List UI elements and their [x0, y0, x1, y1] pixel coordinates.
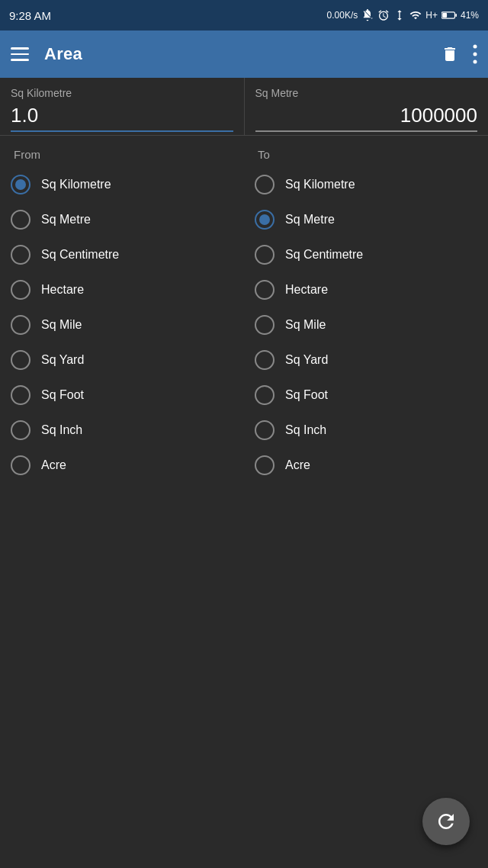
to-radio-sq-mile[interactable]: [255, 315, 274, 335]
from-radio-sq-centimetre[interactable]: [11, 245, 30, 265]
to-option-sq-yard[interactable]: Sq Yard: [255, 342, 477, 378]
from-value-input[interactable]: [11, 104, 233, 132]
to-radio-sq-kilometre[interactable]: [255, 175, 274, 194]
svg-point-4: [474, 53, 477, 56]
to-option-sq-mile[interactable]: Sq Mile: [255, 307, 477, 342]
more-options-button[interactable]: [473, 44, 477, 64]
to-radio-sq-centimetre[interactable]: [255, 245, 274, 265]
from-column-header: From: [11, 148, 233, 161]
to-input-cell: Sq Metre: [244, 78, 489, 135]
svg-point-3: [474, 45, 477, 49]
from-label-hectare: Hectare: [41, 283, 84, 297]
to-radio-sq-yard[interactable]: [255, 350, 274, 370]
from-option-acre[interactable]: Acre: [11, 448, 233, 483]
from-label-sq-yard: Sq Yard: [41, 353, 84, 367]
from-input-label: Sq Kilometre: [11, 87, 233, 99]
to-radio-sq-metre[interactable]: [255, 210, 274, 230]
status-bar: 9:28 AM 0.00K/s H+ 41%: [0, 0, 488, 31]
from-column: From Sq Kilometre Sq Metre Sq Centimetre…: [0, 143, 244, 487]
to-label-sq-metre: Sq Metre: [285, 213, 335, 227]
to-value-input[interactable]: [255, 104, 478, 132]
mute-icon: [361, 9, 374, 21]
refresh-fab[interactable]: [422, 798, 470, 845]
refresh-icon: [435, 810, 458, 833]
from-option-hectare[interactable]: Hectare: [11, 272, 233, 307]
delete-button[interactable]: [441, 45, 459, 63]
status-icons: 0.00K/s H+ 41%: [327, 9, 479, 21]
from-radio-sq-mile[interactable]: [11, 315, 30, 335]
status-time: 9:28 AM: [9, 9, 51, 22]
from-option-sq-yard[interactable]: Sq Yard: [11, 342, 233, 378]
svg-rect-2: [442, 13, 447, 18]
from-radio-sq-metre[interactable]: [11, 210, 30, 230]
page-title: Area: [44, 44, 425, 64]
to-label-sq-mile: Sq Mile: [285, 318, 326, 332]
to-option-sq-foot[interactable]: Sq Foot: [255, 378, 477, 413]
from-option-sq-mile[interactable]: Sq Mile: [11, 307, 233, 342]
to-input-label: Sq Metre: [255, 87, 478, 99]
to-option-acre[interactable]: Acre: [255, 448, 477, 483]
trash-svg: [441, 45, 459, 63]
input-row: Sq Kilometre Sq Metre: [0, 78, 488, 136]
from-radio-sq-yard[interactable]: [11, 350, 30, 370]
from-label-sq-kilometre: Sq Kilometre: [41, 178, 111, 191]
from-label-sq-centimetre: Sq Centimetre: [41, 248, 119, 262]
from-option-sq-kilometre[interactable]: Sq Kilometre: [11, 167, 233, 202]
data-arrows-icon: [393, 9, 406, 21]
to-option-sq-centimetre[interactable]: Sq Centimetre: [255, 237, 477, 272]
from-input-cell: Sq Kilometre: [0, 78, 244, 135]
to-column-header: To: [255, 148, 477, 161]
to-option-sq-inch[interactable]: Sq Inch: [255, 413, 477, 448]
to-label-acre: Acre: [285, 458, 310, 472]
network-type: H+: [425, 10, 438, 21]
from-label-sq-foot: Sq Foot: [41, 388, 84, 402]
from-radio-sq-foot[interactable]: [11, 385, 30, 405]
alarm-icon: [377, 9, 390, 21]
to-label-hectare: Hectare: [285, 283, 328, 297]
to-radio-sq-inch[interactable]: [255, 420, 274, 440]
from-label-sq-metre: Sq Metre: [41, 213, 91, 227]
to-radio-sq-foot[interactable]: [255, 385, 274, 405]
from-label-sq-inch: Sq Inch: [41, 423, 82, 437]
from-radio-acre[interactable]: [11, 455, 30, 475]
top-bar: Area: [0, 31, 488, 78]
to-label-sq-centimetre: Sq Centimetre: [285, 248, 363, 262]
from-radio-sq-kilometre[interactable]: [11, 175, 30, 194]
radio-inner: [259, 214, 270, 225]
to-label-sq-foot: Sq Foot: [285, 388, 328, 402]
from-option-sq-foot[interactable]: Sq Foot: [11, 378, 233, 413]
radio-inner: [15, 179, 26, 190]
svg-point-5: [474, 60, 477, 64]
battery-icon: [441, 9, 457, 21]
to-label-sq-yard: Sq Yard: [285, 353, 328, 367]
to-option-sq-metre[interactable]: Sq Metre: [255, 202, 477, 237]
signal-icon: [409, 9, 422, 21]
radio-section: From Sq Kilometre Sq Metre Sq Centimetre…: [0, 136, 488, 495]
battery-percent: 41%: [461, 10, 479, 21]
menu-button[interactable]: [11, 47, 29, 61]
from-radio-sq-inch[interactable]: [11, 420, 30, 440]
to-radio-hectare[interactable]: [255, 280, 274, 300]
from-option-sq-inch[interactable]: Sq Inch: [11, 413, 233, 448]
to-label-sq-inch: Sq Inch: [285, 423, 326, 437]
top-bar-actions: [441, 44, 477, 64]
svg-rect-1: [455, 14, 457, 17]
to-label-sq-kilometre: Sq Kilometre: [285, 178, 355, 191]
from-radio-hectare[interactable]: [11, 280, 30, 300]
to-column: To Sq Kilometre Sq Metre Sq Centimetre H…: [244, 143, 488, 487]
network-speed: 0.00K/s: [327, 10, 358, 21]
to-option-hectare[interactable]: Hectare: [255, 272, 477, 307]
to-option-sq-kilometre[interactable]: Sq Kilometre: [255, 167, 477, 202]
from-option-sq-centimetre[interactable]: Sq Centimetre: [11, 237, 233, 272]
from-label-sq-mile: Sq Mile: [41, 318, 82, 332]
more-svg: [473, 44, 477, 64]
from-option-sq-metre[interactable]: Sq Metre: [11, 202, 233, 237]
from-label-acre: Acre: [41, 458, 66, 472]
to-radio-acre[interactable]: [255, 455, 274, 475]
